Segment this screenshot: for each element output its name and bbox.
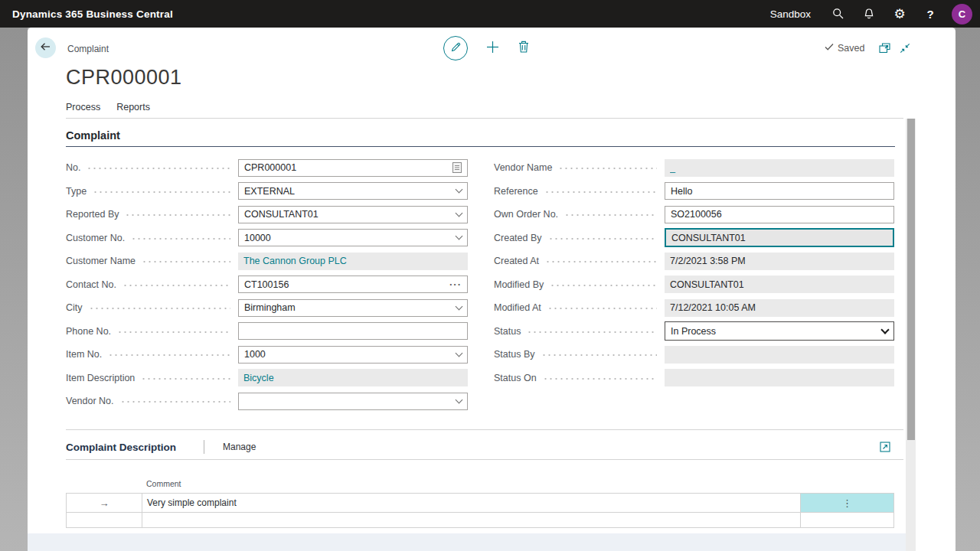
app-title[interactable]: Dynamics 365 Business Central xyxy=(12,8,173,20)
check-icon xyxy=(825,43,834,54)
field-label-vendor-name: Vendor Name xyxy=(494,162,552,173)
dotted-leader xyxy=(122,285,230,286)
field-value-vendor-name[interactable]: _ xyxy=(670,162,889,173)
row-options-icon[interactable]: ⋮ xyxy=(842,497,852,509)
field-modified-by: CONSULTANT01 xyxy=(665,276,894,293)
field-label-modified-at: Modified At xyxy=(494,302,541,313)
field-city[interactable]: Birmingham xyxy=(238,299,468,317)
chevron-down-icon[interactable] xyxy=(456,396,463,403)
field-row-created-by: Created ByCONSULTANT01 xyxy=(494,227,894,250)
collapse-icon[interactable] xyxy=(900,43,910,57)
field-type[interactable]: EXTERNAL xyxy=(238,182,468,200)
field-item-description[interactable]: Bicycle xyxy=(238,369,468,386)
field-status-on xyxy=(665,369,894,386)
selected-cell[interactable]: ⋮ xyxy=(801,494,894,513)
chevron-down-icon[interactable] xyxy=(456,209,463,217)
field-value-reference: Hello xyxy=(671,186,888,197)
manage-menu[interactable]: Manage xyxy=(223,442,256,452)
field-label-created-at: Created At xyxy=(494,256,539,266)
field-item-no[interactable]: 1000 xyxy=(238,346,468,364)
field-value-created-by: CONSULTANT01 xyxy=(671,233,887,243)
field-own-order-no[interactable]: SO2100056 xyxy=(665,206,894,223)
edit-button[interactable] xyxy=(443,36,468,60)
save-status-label: Saved xyxy=(838,43,864,54)
chevron-down-icon[interactable] xyxy=(880,325,889,334)
chevron-down-icon[interactable] xyxy=(456,233,463,240)
field-vendor-name[interactable]: _ xyxy=(665,159,894,177)
field-row-status: StatusIn Process xyxy=(494,320,894,344)
field-phone-no[interactable] xyxy=(238,322,468,340)
field-row-status-by: Status By xyxy=(494,343,894,367)
field-label-customer-name: Customer Name xyxy=(66,256,136,266)
chevron-down-icon[interactable] xyxy=(456,349,463,357)
screen: Dynamics 365 Business Central Sandbox ⚙ … xyxy=(0,0,980,551)
help-icon[interactable]: ? xyxy=(915,8,946,21)
field-customer-no[interactable]: 10000 xyxy=(238,229,468,246)
extra-cell[interactable] xyxy=(801,513,894,528)
field-status[interactable]: In Process xyxy=(665,321,894,341)
field-modified-at: 7/12/2021 10:05 AM xyxy=(665,299,894,317)
expand-section-icon[interactable] xyxy=(880,442,890,455)
field-row-customer-no: Customer No.10000 xyxy=(66,227,468,250)
row-indicator-cell xyxy=(67,513,142,528)
avatar[interactable]: C xyxy=(952,4,972,24)
environment-label[interactable]: Sandbox xyxy=(770,8,811,20)
field-value-customer-name[interactable]: The Cannon Group PLC xyxy=(243,256,462,266)
settings-gear-icon[interactable]: ⚙ xyxy=(884,8,915,21)
field-value-no: CPR000001 xyxy=(244,162,452,173)
breadcrumb[interactable]: Complaint xyxy=(67,44,109,54)
chevron-down-icon[interactable] xyxy=(456,302,463,310)
new-button[interactable] xyxy=(486,41,499,57)
menu-item-process[interactable]: Process xyxy=(66,102,100,112)
field-no[interactable]: CPR000001 xyxy=(238,159,468,177)
comment-cell[interactable] xyxy=(142,513,801,528)
field-value-item-description[interactable]: Bicycle xyxy=(243,373,462,383)
topbar-right: Sandbox ⚙ ? C xyxy=(770,4,972,24)
complaint-section-title: Complaint xyxy=(66,129,120,142)
assist-edit-icon[interactable] xyxy=(452,162,462,173)
menu-item-reports[interactable]: Reports xyxy=(116,102,150,112)
save-status: Saved xyxy=(825,43,864,54)
field-row-reference: ReferenceHello xyxy=(494,180,894,204)
assist-edit-ellipsis-icon[interactable]: ··· xyxy=(449,281,462,289)
field-row-city: CityBirmingham xyxy=(66,296,468,320)
search-icon[interactable] xyxy=(823,8,854,20)
field-customer-name[interactable]: The Cannon Group PLC xyxy=(238,253,468,270)
description-section-header: Complaint Description Manage xyxy=(66,440,256,454)
field-value-modified-by: CONSULTANT01 xyxy=(670,279,889,290)
field-row-item-no: Item No.1000 xyxy=(66,343,468,367)
comment-table: →Very simple complaint⋮ xyxy=(66,493,894,528)
dotted-leader xyxy=(125,214,230,216)
field-label-type: Type xyxy=(66,186,87,197)
table-row xyxy=(67,513,894,528)
chevron-down-icon[interactable] xyxy=(456,186,463,194)
field-row-reported-by: Reported ByCONSULTANT01 xyxy=(66,203,468,227)
field-row-vendor-no: Vendor No. xyxy=(66,390,468,413)
fields-column-right: Vendor Name_ReferenceHelloOwn Order No.S… xyxy=(494,156,894,390)
header-separator xyxy=(204,440,204,454)
notifications-bell-icon[interactable] xyxy=(854,8,884,21)
scrollbar-thumb[interactable] xyxy=(907,119,915,440)
open-in-new-window-icon[interactable] xyxy=(879,43,890,57)
back-button[interactable] xyxy=(35,37,56,58)
field-vendor-no[interactable] xyxy=(238,393,468,410)
delete-button[interactable] xyxy=(518,41,529,56)
field-created-at: 7/2/2021 3:58 PM xyxy=(665,253,894,270)
page-edge-right xyxy=(956,28,980,551)
field-row-modified-by: Modified ByCONSULTANT01 xyxy=(494,273,894,297)
dotted-leader xyxy=(108,354,230,356)
field-contact-no[interactable]: CT100156··· xyxy=(238,276,468,293)
field-label-status-by: Status By xyxy=(494,349,535,360)
field-label-status-on: Status On xyxy=(494,373,537,383)
dotted-leader xyxy=(541,354,658,356)
field-value-type: EXTERNAL xyxy=(244,186,456,197)
comment-cell[interactable]: Very simple complaint xyxy=(142,494,801,513)
trash-icon xyxy=(518,41,529,56)
field-label-vendor-no: Vendor No. xyxy=(66,396,114,406)
subsection-divider xyxy=(66,459,903,460)
field-reference[interactable]: Hello xyxy=(665,182,894,200)
field-row-phone-no: Phone No. xyxy=(66,320,468,344)
field-reported-by[interactable]: CONSULTANT01 xyxy=(238,206,468,223)
comment-value: Very simple complaint xyxy=(147,497,237,508)
vertical-scrollbar[interactable] xyxy=(906,119,916,551)
